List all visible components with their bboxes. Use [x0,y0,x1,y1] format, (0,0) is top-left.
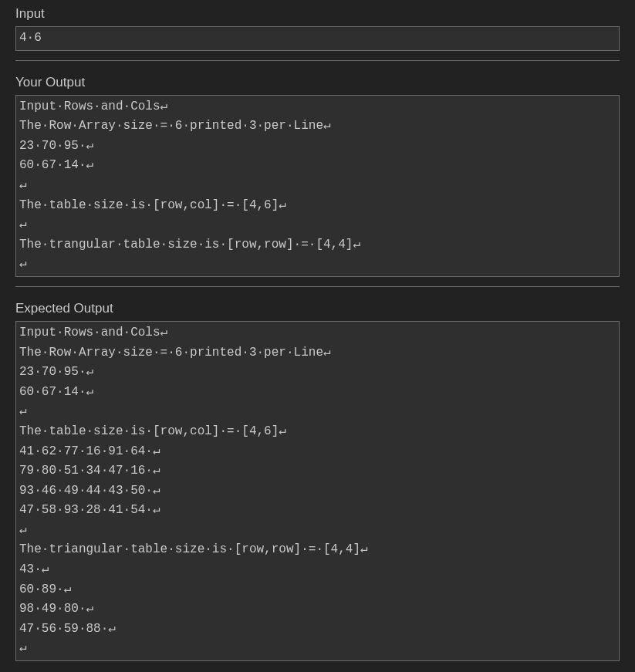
expected-output-section: Expected Output Input·Rows·and·Cols↵The·… [15,301,620,661]
section-divider [15,286,620,287]
output-line: 60·67·14·↵ [19,156,614,176]
output-line: ↵ [19,255,614,275]
output-line: ↵ [19,402,614,422]
output-line: Input·Rows·and·Cols↵ [19,97,614,117]
output-line: 4·6 [19,29,614,49]
output-line: The·table·size·is·[row,col]·=·[4,6]↵ [19,196,614,216]
output-line: The·triangular·table·size·is·[row,row]·=… [19,540,614,560]
output-line: ↵ [19,639,614,659]
input-box: 4·6 [15,26,620,51]
output-line: Input·Rows·and·Cols↵ [19,323,614,343]
output-line: 47·58·93·28·41·54·↵ [19,501,614,521]
output-line: The·Row·Array·size·=·6·printed·3·per·Lin… [19,117,614,137]
input-section: Input 4·6 [15,6,620,51]
input-title: Input [15,6,620,22]
output-line: ↵ [19,215,614,235]
your-output-title: Your Output [15,75,620,90]
output-line: 93·46·49·44·43·50·↵ [19,481,614,501]
output-line: 43·↵ [19,560,614,580]
output-line: ↵ [19,176,614,196]
output-line: ↵ [19,521,614,541]
output-line: 79·80·51·34·47·16·↵ [19,461,614,481]
section-divider [15,60,620,61]
output-line: The·table·size·is·[row,col]·=·[4,6]↵ [19,422,614,442]
output-line: 41·62·77·16·91·64·↵ [19,442,614,462]
output-line: 47·56·59·88·↵ [19,620,614,640]
output-line: 23·70·95·↵ [19,363,614,383]
output-line: 60·89·↵ [19,580,614,600]
your-output-section: Your Output Input·Rows·and·Cols↵The·Row·… [15,75,620,277]
expected-output-title: Expected Output [15,301,620,316]
output-line: The·Row·Array·size·=·6·printed·3·per·Lin… [19,343,614,363]
expected-output-box: Input·Rows·and·Cols↵The·Row·Array·size·=… [15,321,620,661]
output-line: 23·70·95·↵ [19,137,614,157]
your-output-box: Input·Rows·and·Cols↵The·Row·Array·size·=… [15,95,620,277]
output-line: 60·67·14·↵ [19,383,614,403]
output-line: The·trangular·table·size·is·[row,row]·=·… [19,235,614,255]
output-line: 98·49·80·↵ [19,599,614,620]
